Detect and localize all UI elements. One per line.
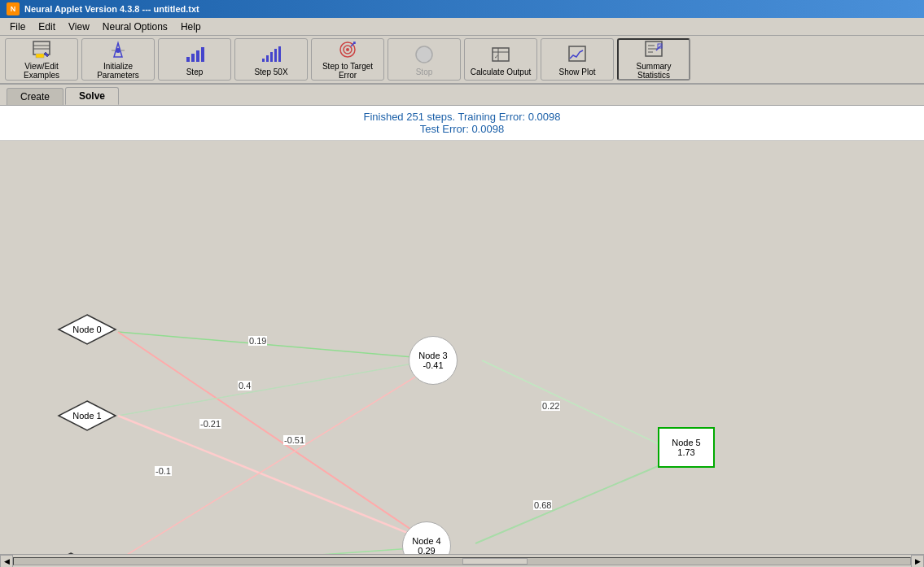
node-5-shape: Node 5 1.73 bbox=[658, 427, 715, 468]
summary-stats-button[interactable]: Summary Statistics bbox=[617, 38, 690, 81]
status-line1: Finished 251 steps. Training Error: 0.00… bbox=[5, 111, 919, 123]
svg-line-34 bbox=[102, 547, 423, 554]
stop-icon bbox=[413, 43, 436, 66]
main-area: Finished 251 steps. Training Error: 0.00… bbox=[0, 106, 924, 567]
menu-bar: File Edit View Neural Options Help bbox=[0, 18, 924, 36]
weight-label-n021: -0.21 bbox=[199, 419, 221, 429]
svg-marker-40 bbox=[42, 553, 99, 554]
node-4-value: 0.29 bbox=[418, 546, 435, 554]
svg-rect-15 bbox=[278, 46, 281, 62]
tab-solve[interactable]: Solve bbox=[65, 87, 119, 105]
step-label: Step bbox=[186, 68, 204, 76]
step50x-label: Step 50X bbox=[254, 68, 287, 76]
svg-rect-7 bbox=[186, 57, 190, 62]
svg-point-6 bbox=[116, 48, 120, 53]
weight-label-04: 0.4 bbox=[238, 381, 252, 390]
status-line2: Test Error: 0.0098 bbox=[5, 123, 919, 135]
svg-rect-0 bbox=[33, 41, 50, 55]
svg-line-35 bbox=[102, 367, 431, 554]
node-3-label: Node 3 bbox=[418, 351, 447, 360]
menu-help[interactable]: Help bbox=[174, 20, 208, 34]
weight-label-n051: -0.51 bbox=[283, 435, 305, 445]
scroll-track[interactable] bbox=[13, 557, 911, 565]
svg-line-36 bbox=[482, 360, 668, 448]
init-icon bbox=[107, 39, 129, 60]
svg-line-37 bbox=[475, 462, 668, 543]
stats-icon bbox=[642, 39, 665, 60]
menu-file[interactable]: File bbox=[3, 20, 32, 34]
node-5-value: 1.73 bbox=[677, 447, 694, 457]
scroll-thumb[interactable] bbox=[462, 558, 528, 565]
svg-point-18 bbox=[346, 48, 349, 51]
svg-line-33 bbox=[118, 416, 423, 539]
svg-rect-9 bbox=[196, 50, 199, 62]
calc-output-button[interactable]: ✓ Calculate Output bbox=[464, 38, 537, 81]
step50x-button[interactable]: Step 50X bbox=[234, 38, 308, 81]
calc-output-label: Calculate Output bbox=[471, 68, 532, 76]
menu-view[interactable]: View bbox=[62, 20, 96, 34]
nn-canvas: 0.19 0.4 -0.21 -0.51 -0.1 0.29 0.22 0.68… bbox=[0, 141, 924, 554]
show-plot-button[interactable]: Show Plot bbox=[541, 38, 614, 81]
title-bar: N Neural Applet Version 4.3.8 --- untitl… bbox=[0, 0, 924, 18]
scroll-right-btn[interactable]: ▶ bbox=[911, 555, 924, 568]
svg-point-19 bbox=[416, 46, 432, 63]
svg-rect-12 bbox=[266, 55, 269, 62]
node-1[interactable]: Node 1 bbox=[55, 399, 119, 432]
menu-edit[interactable]: Edit bbox=[32, 20, 62, 34]
weight-label-068: 0.68 bbox=[533, 500, 552, 510]
svg-rect-8 bbox=[191, 54, 195, 62]
svg-rect-3 bbox=[36, 54, 44, 58]
app-icon: N bbox=[7, 2, 20, 15]
node-5[interactable]: Node 5 1.73 bbox=[658, 427, 715, 468]
menu-neural-options[interactable]: Neural Options bbox=[96, 20, 174, 34]
stop-label: Stop bbox=[416, 68, 433, 76]
node-4-label: Node 4 bbox=[412, 536, 440, 546]
weight-label-022: 0.22 bbox=[541, 401, 560, 411]
summary-stats-label: Summary Statistics bbox=[621, 62, 686, 80]
weight-label-n01: -0.1 bbox=[155, 466, 172, 476]
toolbar: View/Edit Examples Initialize Parameters… bbox=[0, 36, 924, 85]
status-area: Finished 251 steps. Training Error: 0.00… bbox=[0, 106, 924, 141]
weight-label-019: 0.19 bbox=[248, 336, 267, 346]
svg-rect-11 bbox=[262, 59, 265, 62]
svg-text:✓: ✓ bbox=[494, 54, 499, 59]
tabs-bar: Create Solve bbox=[0, 85, 924, 106]
node-3[interactable]: Node 3 -0.41 bbox=[409, 336, 458, 385]
stop-button[interactable]: Stop bbox=[388, 38, 461, 81]
edit-icon bbox=[30, 39, 53, 60]
svg-rect-24 bbox=[569, 46, 585, 61]
init-params-label: Initialize Parameters bbox=[85, 62, 151, 80]
node-2[interactable]: Node 2 bbox=[39, 552, 103, 554]
node-0-label: Node 0 bbox=[72, 325, 101, 334]
show-plot-label: Show Plot bbox=[558, 68, 595, 76]
step-icon bbox=[183, 43, 206, 66]
node-3-shape: Node 3 -0.41 bbox=[409, 336, 458, 385]
view-edit-label: View/Edit Examples bbox=[8, 62, 75, 80]
svg-rect-10 bbox=[201, 47, 204, 62]
svg-line-32 bbox=[118, 360, 431, 416]
step50-icon bbox=[260, 43, 282, 66]
node-4-shape: Node 4 0.29 bbox=[402, 521, 451, 554]
node-4[interactable]: Node 4 0.29 bbox=[402, 521, 451, 554]
svg-rect-14 bbox=[274, 49, 277, 62]
svg-line-31 bbox=[118, 332, 423, 538]
svg-rect-13 bbox=[270, 52, 273, 62]
scrollbar-horizontal[interactable]: ◀ ▶ bbox=[0, 554, 924, 567]
svg-line-30 bbox=[118, 332, 431, 359]
node-5-label: Node 5 bbox=[672, 438, 700, 447]
view-edit-button[interactable]: View/Edit Examples bbox=[5, 38, 78, 81]
node-3-value: -0.41 bbox=[423, 360, 443, 370]
window-title: Neural Applet Version 4.3.8 --- untitled… bbox=[24, 4, 199, 14]
scroll-left-btn[interactable]: ◀ bbox=[0, 555, 13, 568]
step-target-label: Step to Target Error bbox=[314, 62, 381, 80]
calc-icon: ✓ bbox=[489, 43, 512, 66]
step-target-button[interactable]: Step to Target Error bbox=[311, 38, 384, 81]
step-button[interactable]: Step bbox=[158, 38, 231, 81]
node-0[interactable]: Node 0 bbox=[55, 313, 119, 346]
plot-icon bbox=[566, 43, 589, 66]
init-params-button[interactable]: Initialize Parameters bbox=[81, 38, 155, 81]
connections-svg bbox=[0, 141, 924, 554]
tab-create[interactable]: Create bbox=[7, 88, 63, 105]
node-1-label: Node 1 bbox=[72, 411, 101, 421]
target-icon bbox=[336, 39, 359, 60]
